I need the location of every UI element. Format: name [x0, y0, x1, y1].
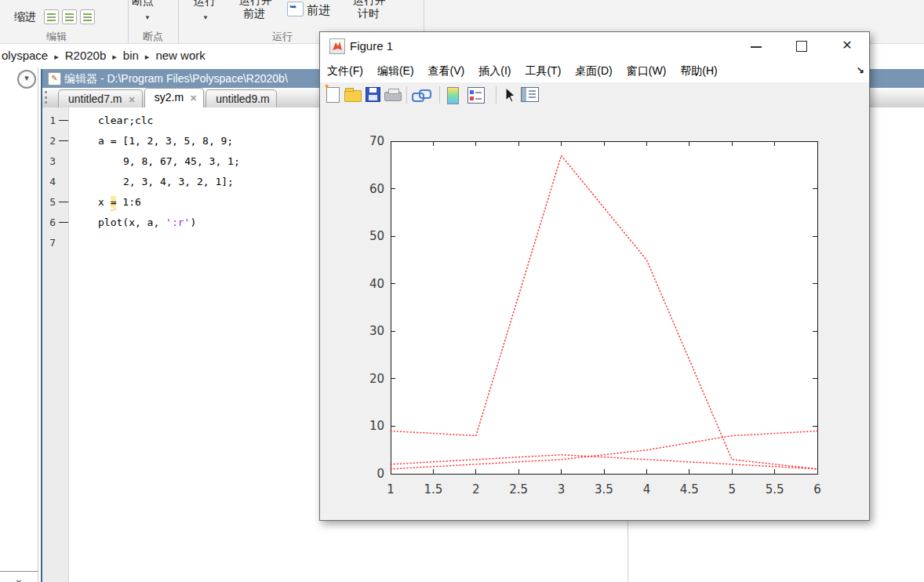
- figure-window: Figure 1 ✕ 文件(F)编辑(E)查看(V)插入(I)工具(T)桌面(D…: [319, 31, 870, 521]
- editor-title: 编辑器 - D:\Program Files\Polyspace\R2020b\: [64, 69, 288, 88]
- code-text: 1:6: [116, 196, 140, 208]
- toolbar-separator: [496, 86, 497, 104]
- breadcrumb-item[interactable]: new work: [155, 49, 205, 62]
- panel-divider: [0, 571, 38, 572]
- menu-item-工具(T)[interactable]: 工具(T): [518, 60, 568, 82]
- x-tick-label: 2.5: [509, 482, 528, 497]
- y-tick-label: 70: [369, 134, 384, 148]
- code-text: ): [190, 216, 196, 228]
- code-text: 2, 3, 4, 3, 2, 1];: [123, 176, 234, 187]
- insert-legend-icon[interactable]: [467, 87, 485, 104]
- x-tick-label: 1: [387, 482, 395, 497]
- x-tick-label: 5.5: [766, 482, 784, 497]
- plot-box: [391, 141, 817, 474]
- tab-label: sy2.m: [155, 91, 184, 104]
- section-label-breakpoints: 断点: [133, 30, 173, 44]
- y-tick-label: 30: [369, 324, 384, 338]
- maximize-button[interactable]: [788, 32, 815, 60]
- line-number: 4: [42, 172, 56, 192]
- editor-pencil-icon: ✎: [48, 72, 61, 85]
- run-time-button-line2[interactable]: 计时: [358, 7, 380, 21]
- panel-dropdown-button[interactable]: ▾: [17, 70, 36, 89]
- x-tick-label: 3.5: [595, 482, 613, 497]
- tab-close-icon[interactable]: ✕: [190, 93, 197, 103]
- indent-left-icon[interactable]: [80, 9, 95, 24]
- advance-icon[interactable]: [287, 2, 304, 16]
- tab-drag-handle[interactable]: [45, 91, 47, 104]
- link-plot-icon[interactable]: [412, 89, 431, 101]
- x-tick-label: 5: [728, 482, 736, 497]
- code-text: plot(x, a,: [98, 216, 166, 228]
- close-button[interactable]: ✕: [834, 32, 860, 60]
- x-tick-label: 4: [643, 482, 651, 497]
- menu-item-帮助(H)[interactable]: 帮助(H): [673, 60, 724, 82]
- x-tick-label: 2: [472, 482, 480, 497]
- code-text: a = [1, 2, 3, 5, 8, 9;: [98, 135, 233, 147]
- x-tick-label: 4.5: [680, 482, 699, 497]
- toolbar-separator: [406, 86, 407, 104]
- figure-plot[interactable]: 11.522.533.544.555.56010203040506070: [320, 107, 869, 520]
- line-number: 3: [42, 151, 56, 172]
- y-tick-label: 0: [377, 467, 384, 481]
- figure-menu-bar: 文件(F)编辑(E)查看(V)插入(I)工具(T)桌面(D)窗口(W)帮助(H)…: [320, 60, 869, 83]
- line-number: 5: [42, 192, 56, 213]
- chevron-down-icon[interactable]: ▼: [202, 14, 209, 21]
- editor-tab-untitled7.m[interactable]: untitled7.m✕: [58, 89, 143, 107]
- editor-tab-sy2.m[interactable]: sy2.m✕: [144, 88, 205, 107]
- ribbon-divider: [178, 0, 179, 43]
- new-figure-icon[interactable]: [326, 87, 340, 103]
- indent-label: 缩进: [14, 10, 36, 24]
- y-tick-label: 20: [369, 372, 384, 386]
- y-tick-label: 40: [369, 277, 384, 291]
- dock-figure-icon[interactable]: ↘: [857, 60, 864, 82]
- smart-indent-icon[interactable]: [44, 9, 59, 24]
- tab-label: untitled9.m: [216, 93, 269, 105]
- menu-item-插入(I)[interactable]: 插入(I): [471, 60, 518, 82]
- code-text: clear;clc: [98, 115, 153, 126]
- breadcrumb: olyspace▸R2020b▸bin▸new work: [2, 44, 206, 67]
- figure-canvas: 11.522.533.544.555.56010203040506070: [320, 107, 869, 520]
- breadcrumb-item[interactable]: bin: [123, 49, 139, 62]
- menu-item-桌面(D)[interactable]: 桌面(D): [568, 60, 619, 82]
- ribbon-divider: [128, 0, 129, 43]
- menu-item-查看(V)[interactable]: 查看(V): [421, 60, 472, 82]
- breakpoints-button[interactable]: 断点: [132, 0, 154, 9]
- code-text: x: [98, 196, 111, 208]
- breadcrumb-item[interactable]: R2020b: [65, 49, 107, 62]
- menu-item-窗口(W)[interactable]: 窗口(W): [620, 60, 674, 82]
- run-advance-button-line2[interactable]: 前进: [243, 7, 265, 21]
- desktop-divider: [628, 520, 628, 582]
- save-figure-icon[interactable]: [366, 87, 380, 102]
- insert-colorbar-icon[interactable]: [447, 87, 459, 104]
- chevron-down-icon[interactable]: ▼: [144, 14, 151, 21]
- figure-title-bar[interactable]: Figure 1 ✕: [320, 32, 869, 60]
- edit-plot-arrow-icon[interactable]: [502, 87, 516, 106]
- indent-right-icon[interactable]: [62, 9, 77, 24]
- x-tick-label: 1.5: [424, 482, 442, 497]
- toolbar-separator: [439, 86, 440, 104]
- menu-item-编辑(E)[interactable]: 编辑(E): [370, 60, 421, 82]
- open-file-icon[interactable]: [344, 90, 362, 102]
- section-label-run: 运行: [263, 30, 302, 44]
- minimize-button[interactable]: [743, 32, 769, 60]
- matlab-logo-icon: [329, 38, 345, 54]
- y-tick-label: 50: [369, 229, 384, 243]
- code-text: 9, 8, 67, 45, 3, 1;: [123, 155, 240, 167]
- breadcrumb-item[interactable]: olyspace: [2, 49, 48, 62]
- y-tick-label: 60: [369, 182, 384, 196]
- line-number: 7: [42, 233, 56, 253]
- x-tick-label: 3: [558, 482, 566, 497]
- editor-tab-untitled9.m[interactable]: untitled9.m: [206, 89, 276, 107]
- print-figure-icon[interactable]: [384, 92, 402, 101]
- line-number: 6: [42, 213, 56, 233]
- advance-button[interactable]: 前进: [307, 3, 330, 18]
- run-button[interactable]: 运行: [194, 0, 216, 9]
- menu-item-文件(F)[interactable]: 文件(F): [320, 60, 370, 82]
- property-inspector-icon[interactable]: [521, 87, 539, 102]
- menu-items: 文件(F)编辑(E)查看(V)插入(I)工具(T)桌面(D)窗口(W)帮助(H): [320, 64, 725, 77]
- line-number: 1: [42, 111, 56, 131]
- scroll-down-icon[interactable]: ⌄: [14, 573, 24, 582]
- tab-close-icon[interactable]: ✕: [128, 95, 135, 104]
- matlab-desktop: 缩进 编辑 断点 ▼ 断点 运行 ▼ 运行并 前进 前进 运行并 计时 运行 o…: [0, 0, 924, 582]
- section-label-edit: 编辑: [31, 30, 82, 44]
